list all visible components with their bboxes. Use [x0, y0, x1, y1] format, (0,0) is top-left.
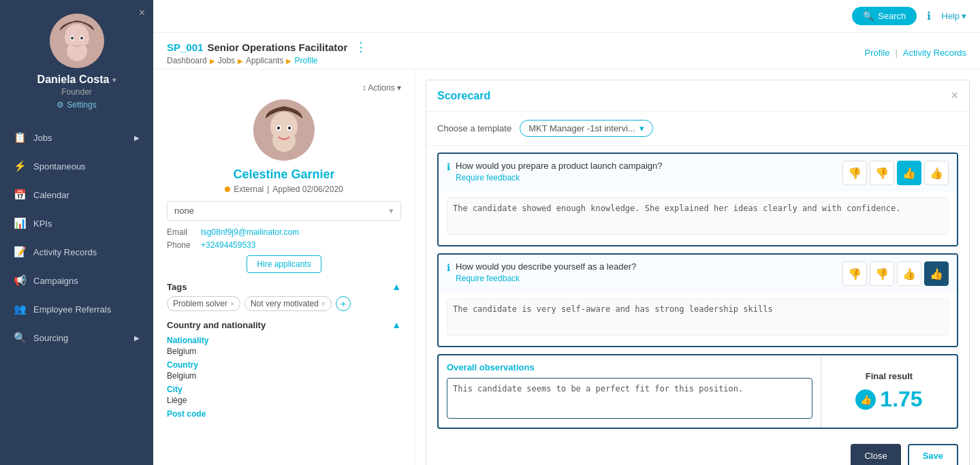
tags-section-header: Tags ▲ [167, 281, 401, 292]
breadcrumb-right: Profile | Activity Records [865, 48, 966, 58]
q2-thumbs-up-up-btn[interactable]: 👍 [924, 261, 949, 286]
save-button[interactable]: Save [908, 444, 958, 465]
q2-feedback-textarea[interactable]: The candidate is very self-aware and has… [447, 298, 949, 336]
breadcrumb-jobs[interactable]: Jobs [218, 56, 235, 65]
nav-label-employee-referrals: Employee Referrals [33, 304, 111, 315]
applicant-avatar-container [167, 99, 401, 161]
overall-block: Overall observations This candidate seem… [437, 354, 958, 429]
nav-label-activity-records: Activity Records [33, 247, 97, 257]
settings-link[interactable]: ⚙ Settings [57, 100, 96, 110]
breadcrumb-dashboard[interactable]: Dashboard [167, 56, 207, 65]
city-field: City Liège [167, 385, 401, 405]
question-2-feedback: The candidate is very self-aware and has… [439, 293, 957, 346]
breadcrumb-profile[interactable]: Profile [294, 56, 317, 65]
scorecard-header: Scorecard × [426, 80, 969, 112]
scorecard-modal: Scorecard × Choose a template MKT Manage… [426, 80, 970, 465]
question-2-text-wrap: ℹ How would you describe yourself as a l… [447, 261, 842, 283]
breadcrumb-bar: SP_001 Senior Operations Facilitator ⋮ D… [153, 33, 980, 69]
q1-feedback-textarea[interactable]: The candidate showed enough knowledge. S… [447, 197, 949, 235]
tags-collapse-icon[interactable]: ▲ [392, 281, 401, 292]
tag-close-icon[interactable]: × [321, 300, 326, 308]
close-icon[interactable]: × [139, 7, 145, 19]
campaigns-nav-icon: 📢 [14, 274, 27, 287]
q2-info-icon: ℹ [447, 262, 450, 273]
q1-require-feedback: Require feedback [456, 173, 842, 182]
sidebar-item-jobs[interactable]: 📋 Jobs ▶ [0, 123, 153, 152]
breadcrumbs: Dashboard ▶ Jobs ▶ Applicants ▶ Profile [167, 56, 367, 65]
close-button[interactable]: Close [851, 444, 900, 465]
calendar-nav-icon: 📅 [14, 189, 27, 201]
template-select[interactable]: MKT Manager -1st intervi... ▾ [520, 120, 653, 137]
tags-row: Problem solver × Not very motivated × + [167, 296, 401, 311]
breadcrumb-applicants[interactable]: Applicants [246, 56, 283, 65]
top-header: 🔍 Search ℹ Help ▾ [153, 0, 980, 33]
sidebar: × Daniela Costa ▾ Founder ⚙ Settings [0, 0, 153, 465]
stage-select[interactable]: none ▾ [167, 201, 401, 221]
q2-thumbs-down-btn[interactable]: 👎 [870, 261, 894, 286]
sidebar-item-calendar[interactable]: 📅 Calendar [0, 180, 153, 209]
scorecard-close-button[interactable]: × [951, 89, 958, 103]
country-title: Country and nationality [167, 320, 266, 330]
nav-label-calendar: Calendar [33, 190, 69, 200]
avatar [50, 14, 104, 68]
status-dot [225, 187, 230, 192]
info-icon: ℹ [927, 10, 931, 22]
country-value: Belgium [167, 371, 401, 381]
question-2-text-block: How would you describe yourself as a lea… [456, 261, 842, 283]
nav-label-kpis: KPIs [33, 219, 52, 229]
search-icon: 🔍 [863, 11, 874, 21]
help-button[interactable]: Help ▾ [941, 11, 966, 21]
sidebar-item-kpis[interactable]: 📊 KPIs [0, 209, 153, 238]
applicant-name: Celestine Garnier [167, 167, 401, 182]
question-2-block: ℹ How would you describe yourself as a l… [437, 253, 958, 347]
country-collapse-icon[interactable]: ▲ [392, 319, 401, 330]
kpis-nav-icon: 📊 [14, 217, 27, 229]
sidebar-item-spontaneous[interactable]: ⚡ Spontaneous [0, 152, 153, 180]
overall-textarea[interactable]: This candidate seems to be a perfect fit… [447, 378, 812, 419]
q1-thumbs-down-down-btn[interactable]: 👎 [842, 161, 867, 185]
jobs-arrow-icon: ▶ [134, 134, 140, 142]
question-1-text-block: How would you prepare a product launch c… [456, 161, 842, 182]
q2-require-feedback: Require feedback [456, 274, 842, 283]
more-options-icon[interactable]: ⋮ [355, 39, 367, 54]
svg-point-12 [277, 127, 280, 129]
nationality-field: Nationality Belgium [167, 336, 401, 356]
phone-label: Phone [167, 240, 201, 250]
sidebar-item-activity-records[interactable]: 📝 Activity Records [0, 238, 153, 266]
q1-thumbs-up-btn[interactable]: 👍 [897, 161, 921, 185]
overall-right: Final result 👍 1.75 [821, 355, 957, 428]
nationality-label: Nationality [167, 336, 401, 345]
sidebar-item-employee-referrals[interactable]: 👥 Employee Referrals [0, 295, 153, 323]
tag-add-button[interactable]: + [336, 296, 351, 311]
q2-thumbs-down-down-btn[interactable]: 👎 [842, 261, 867, 286]
q1-thumbs-down-btn[interactable]: 👎 [870, 161, 894, 185]
help-caret: ▾ [962, 11, 966, 21]
question-1-text: How would you prepare a product launch c… [456, 161, 842, 171]
tag-close-icon[interactable]: × [230, 300, 234, 308]
tag-label: Problem solver [173, 299, 227, 308]
hire-button[interactable]: Hire applicants [247, 255, 321, 273]
sidebar-item-campaigns[interactable]: 📢 Campaigns [0, 266, 153, 295]
nav-label-spontaneous: Spontaneous [33, 161, 86, 172]
breadcrumb-sep2: ▶ [238, 57, 243, 65]
profile-link[interactable]: Profile [865, 48, 890, 58]
search-button[interactable]: 🔍 Search [852, 7, 917, 25]
final-result-value: 👍 1.75 [855, 387, 922, 412]
overall-left: Overall observations This candidate seem… [439, 355, 821, 428]
sidebar-item-sourcing[interactable]: 🔍 Sourcing ▶ [0, 323, 153, 352]
user-name[interactable]: Daniela Costa ▾ [37, 74, 116, 86]
activity-records-link[interactable]: Activity Records [903, 48, 966, 58]
final-result-number: 1.75 [880, 387, 922, 412]
svg-point-2 [67, 41, 87, 61]
actions-button[interactable]: ↕ Actions ▾ [362, 83, 401, 93]
country-section-header: Country and nationality ▲ [167, 319, 401, 330]
q2-rating-buttons: 👎 👎 👍 👍 [842, 261, 949, 286]
breadcrumb-left: SP_001 Senior Operations Facilitator ⋮ D… [167, 39, 367, 65]
gear-icon: ⚙ [57, 100, 64, 110]
nav-label-sourcing: Sourcing [33, 333, 68, 343]
q1-thumbs-up-up-btn[interactable]: 👍 [924, 161, 949, 185]
job-id: SP_001 [167, 42, 203, 53]
q2-thumbs-up-btn[interactable]: 👍 [897, 261, 921, 286]
question-1-feedback: The candidate showed enough knowledge. S… [439, 192, 957, 245]
city-value: Liège [167, 396, 401, 405]
